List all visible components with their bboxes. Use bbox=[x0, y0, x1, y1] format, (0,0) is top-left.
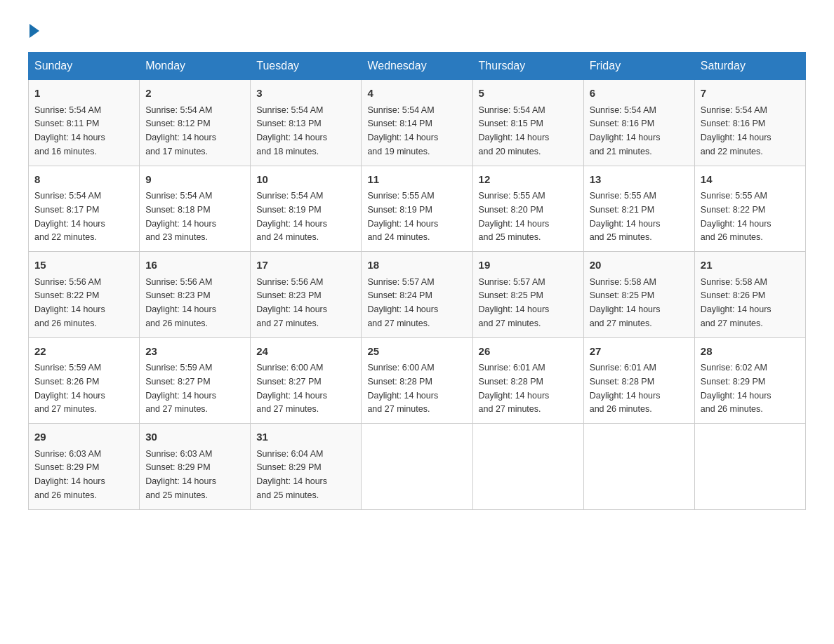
week-row-1: 1 Sunrise: 5:54 AMSunset: 8:11 PMDayligh… bbox=[29, 80, 806, 166]
calendar-cell: 8 Sunrise: 5:54 AMSunset: 8:17 PMDayligh… bbox=[29, 166, 140, 252]
calendar-cell: 29 Sunrise: 6:03 AMSunset: 8:29 PMDaylig… bbox=[29, 424, 140, 510]
day-number: 24 bbox=[256, 344, 355, 360]
day-info: Sunrise: 5:59 AMSunset: 8:27 PMDaylight:… bbox=[145, 363, 216, 414]
day-header-thursday: Thursday bbox=[472, 53, 583, 80]
day-number: 2 bbox=[145, 86, 244, 102]
day-info: Sunrise: 6:04 AMSunset: 8:29 PMDaylight:… bbox=[256, 449, 327, 500]
day-info: Sunrise: 5:54 AMSunset: 8:14 PMDaylight:… bbox=[367, 105, 438, 156]
day-number: 5 bbox=[479, 86, 578, 102]
day-number: 14 bbox=[701, 172, 800, 188]
day-info: Sunrise: 6:03 AMSunset: 8:29 PMDaylight:… bbox=[145, 449, 216, 500]
day-header-saturday: Saturday bbox=[694, 53, 805, 80]
day-number: 11 bbox=[367, 172, 466, 188]
day-number: 8 bbox=[34, 172, 133, 188]
day-info: Sunrise: 6:01 AMSunset: 8:28 PMDaylight:… bbox=[479, 363, 550, 414]
calendar-table: SundayMondayTuesdayWednesdayThursdayFrid… bbox=[28, 52, 806, 510]
calendar-cell: 5 Sunrise: 5:54 AMSunset: 8:15 PMDayligh… bbox=[472, 80, 583, 166]
calendar-cell: 30 Sunrise: 6:03 AMSunset: 8:29 PMDaylig… bbox=[140, 424, 251, 510]
day-info: Sunrise: 5:55 AMSunset: 8:19 PMDaylight:… bbox=[367, 191, 438, 242]
day-number: 3 bbox=[256, 86, 355, 102]
day-header-wednesday: Wednesday bbox=[362, 53, 472, 80]
day-number: 12 bbox=[479, 172, 578, 188]
day-info: Sunrise: 5:58 AMSunset: 8:25 PMDaylight:… bbox=[590, 277, 661, 328]
day-number: 25 bbox=[367, 344, 466, 360]
calendar-cell: 16 Sunrise: 5:56 AMSunset: 8:23 PMDaylig… bbox=[140, 252, 251, 338]
calendar-cell: 26 Sunrise: 6:01 AMSunset: 8:28 PMDaylig… bbox=[472, 337, 583, 424]
day-info: Sunrise: 5:54 AMSunset: 8:11 PMDaylight:… bbox=[34, 105, 105, 156]
calendar-cell: 11 Sunrise: 5:55 AMSunset: 8:19 PMDaylig… bbox=[362, 166, 472, 252]
calendar-cell: 31 Sunrise: 6:04 AMSunset: 8:29 PMDaylig… bbox=[251, 424, 362, 510]
day-number: 30 bbox=[145, 429, 244, 445]
day-number: 13 bbox=[590, 172, 689, 188]
day-number: 22 bbox=[34, 344, 133, 360]
day-number: 16 bbox=[145, 257, 244, 274]
day-number: 4 bbox=[367, 86, 466, 102]
day-info: Sunrise: 5:58 AMSunset: 8:26 PMDaylight:… bbox=[701, 277, 772, 328]
day-number: 26 bbox=[479, 344, 578, 360]
day-number: 29 bbox=[34, 429, 133, 445]
calendar-cell: 9 Sunrise: 5:54 AMSunset: 8:18 PMDayligh… bbox=[140, 166, 251, 252]
calendar-cell bbox=[362, 424, 472, 510]
calendar-cell bbox=[583, 424, 694, 510]
day-number: 15 bbox=[34, 257, 133, 274]
logo bbox=[28, 21, 39, 38]
day-number: 18 bbox=[367, 257, 466, 274]
day-info: Sunrise: 5:54 AMSunset: 8:17 PMDaylight:… bbox=[34, 191, 105, 242]
day-info: Sunrise: 5:54 AMSunset: 8:13 PMDaylight:… bbox=[256, 105, 327, 156]
calendar-cell: 6 Sunrise: 5:54 AMSunset: 8:16 PMDayligh… bbox=[583, 80, 694, 166]
day-header-friday: Friday bbox=[583, 53, 694, 80]
day-info: Sunrise: 5:54 AMSunset: 8:15 PMDaylight:… bbox=[479, 105, 550, 156]
calendar-cell: 22 Sunrise: 5:59 AMSunset: 8:26 PMDaylig… bbox=[29, 337, 140, 424]
day-info: Sunrise: 5:55 AMSunset: 8:21 PMDaylight:… bbox=[590, 191, 661, 242]
day-info: Sunrise: 5:57 AMSunset: 8:25 PMDaylight:… bbox=[479, 277, 550, 328]
calendar-cell: 20 Sunrise: 5:58 AMSunset: 8:25 PMDaylig… bbox=[583, 252, 694, 338]
day-header-tuesday: Tuesday bbox=[251, 53, 362, 80]
day-info: Sunrise: 5:54 AMSunset: 8:19 PMDaylight:… bbox=[256, 191, 327, 242]
calendar-cell: 28 Sunrise: 6:02 AMSunset: 8:29 PMDaylig… bbox=[694, 337, 805, 424]
day-info: Sunrise: 6:01 AMSunset: 8:28 PMDaylight:… bbox=[590, 363, 661, 414]
day-number: 20 bbox=[590, 257, 689, 274]
calendar-cell: 25 Sunrise: 6:00 AMSunset: 8:28 PMDaylig… bbox=[362, 337, 472, 424]
day-number: 9 bbox=[145, 172, 244, 188]
day-number: 10 bbox=[256, 172, 355, 188]
calendar-cell bbox=[472, 424, 583, 510]
day-info: Sunrise: 5:54 AMSunset: 8:12 PMDaylight:… bbox=[145, 105, 216, 156]
week-row-2: 8 Sunrise: 5:54 AMSunset: 8:17 PMDayligh… bbox=[29, 166, 806, 252]
day-info: Sunrise: 6:02 AMSunset: 8:29 PMDaylight:… bbox=[701, 363, 772, 414]
calendar-cell: 7 Sunrise: 5:54 AMSunset: 8:16 PMDayligh… bbox=[694, 80, 805, 166]
calendar-cell: 14 Sunrise: 5:55 AMSunset: 8:22 PMDaylig… bbox=[694, 166, 805, 252]
day-info: Sunrise: 5:54 AMSunset: 8:16 PMDaylight:… bbox=[701, 105, 772, 156]
week-row-5: 29 Sunrise: 6:03 AMSunset: 8:29 PMDaylig… bbox=[29, 424, 806, 510]
day-number: 21 bbox=[701, 257, 800, 274]
calendar-cell: 24 Sunrise: 6:00 AMSunset: 8:27 PMDaylig… bbox=[251, 337, 362, 424]
day-info: Sunrise: 6:00 AMSunset: 8:27 PMDaylight:… bbox=[256, 363, 327, 414]
day-info: Sunrise: 5:54 AMSunset: 8:18 PMDaylight:… bbox=[145, 191, 216, 242]
day-info: Sunrise: 5:56 AMSunset: 8:23 PMDaylight:… bbox=[145, 277, 216, 328]
calendar-cell: 18 Sunrise: 5:57 AMSunset: 8:24 PMDaylig… bbox=[362, 252, 472, 338]
day-number: 27 bbox=[590, 344, 689, 360]
day-info: Sunrise: 5:59 AMSunset: 8:26 PMDaylight:… bbox=[34, 363, 105, 414]
calendar-cell: 2 Sunrise: 5:54 AMSunset: 8:12 PMDayligh… bbox=[140, 80, 251, 166]
calendar-cell: 27 Sunrise: 6:01 AMSunset: 8:28 PMDaylig… bbox=[583, 337, 694, 424]
day-number: 31 bbox=[256, 429, 355, 445]
calendar-cell: 3 Sunrise: 5:54 AMSunset: 8:13 PMDayligh… bbox=[251, 80, 362, 166]
day-info: Sunrise: 6:00 AMSunset: 8:28 PMDaylight:… bbox=[367, 363, 438, 414]
week-row-4: 22 Sunrise: 5:59 AMSunset: 8:26 PMDaylig… bbox=[29, 337, 806, 424]
day-number: 19 bbox=[479, 257, 578, 274]
day-info: Sunrise: 6:03 AMSunset: 8:29 PMDaylight:… bbox=[34, 449, 105, 500]
day-number: 17 bbox=[256, 257, 355, 274]
day-info: Sunrise: 5:56 AMSunset: 8:22 PMDaylight:… bbox=[34, 277, 105, 328]
calendar-cell: 19 Sunrise: 5:57 AMSunset: 8:25 PMDaylig… bbox=[472, 252, 583, 338]
calendar-cell: 1 Sunrise: 5:54 AMSunset: 8:11 PMDayligh… bbox=[29, 80, 140, 166]
calendar-cell: 13 Sunrise: 5:55 AMSunset: 8:21 PMDaylig… bbox=[583, 166, 694, 252]
day-info: Sunrise: 5:55 AMSunset: 8:20 PMDaylight:… bbox=[479, 191, 550, 242]
day-number: 23 bbox=[145, 344, 244, 360]
calendar-cell: 23 Sunrise: 5:59 AMSunset: 8:27 PMDaylig… bbox=[140, 337, 251, 424]
day-number: 7 bbox=[701, 86, 800, 102]
day-number: 1 bbox=[34, 86, 133, 102]
days-header-row: SundayMondayTuesdayWednesdayThursdayFrid… bbox=[29, 53, 806, 80]
day-header-sunday: Sunday bbox=[29, 53, 140, 80]
calendar-cell: 10 Sunrise: 5:54 AMSunset: 8:19 PMDaylig… bbox=[251, 166, 362, 252]
day-number: 6 bbox=[590, 86, 689, 102]
day-info: Sunrise: 5:55 AMSunset: 8:22 PMDaylight:… bbox=[701, 191, 772, 242]
